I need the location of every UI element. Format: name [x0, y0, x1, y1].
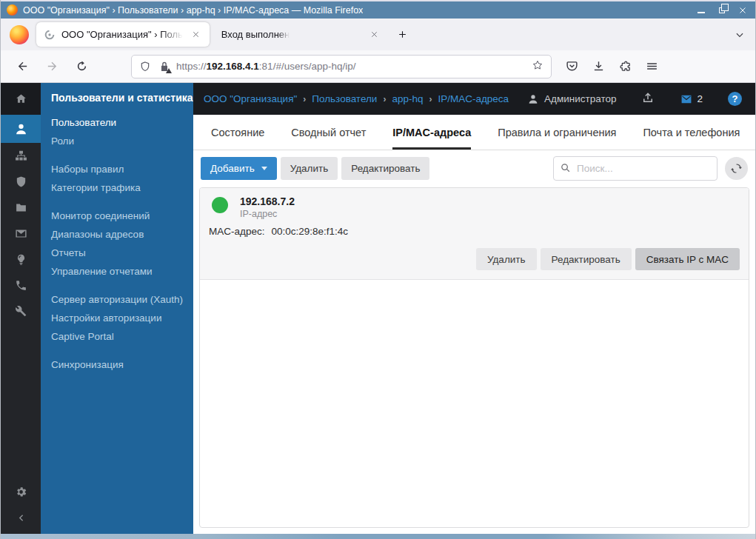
add-button[interactable]: Добавить — [201, 157, 277, 180]
window-bottom-edge — [1, 534, 755, 539]
reload-button[interactable] — [70, 56, 93, 78]
sidebar-item-roles[interactable]: Роли — [51, 132, 187, 150]
sidebar-item-reports[interactable]: Отчеты — [51, 244, 187, 262]
content-tabs: Состояние Сводный отчет IP/MAC-адреса Пр… — [193, 115, 755, 150]
back-button[interactable] — [11, 56, 33, 78]
list-item-card[interactable]: 192.168.7.2 IP-адрес MAC-адрес: 00:0c:29… — [200, 188, 749, 280]
close-window-button[interactable] — [737, 5, 748, 16]
bookmark-star-icon[interactable] — [532, 59, 543, 74]
minimize-button[interactable] — [696, 5, 706, 16]
search-input[interactable] — [553, 156, 717, 181]
url-text[interactable]: https://192.168.4.1:81/#/users/app-hq/ip… — [176, 61, 526, 72]
admin-label: Администратор — [544, 93, 616, 104]
ip-mac-list: 192.168.7.2 IP-адрес MAC-адрес: 00:0c:29… — [199, 187, 749, 528]
tab-close-icon[interactable] — [369, 29, 381, 41]
window-title: ООО "Организация" › Пользователи › app-h… — [23, 5, 363, 16]
rail-phone-icon[interactable] — [1, 272, 41, 298]
icon-rail — [1, 83, 41, 534]
breadcrumb: ООО "Организация" › Пользователи › app-h… — [204, 93, 509, 104]
search-box — [553, 156, 717, 181]
firefox-window-icon — [7, 4, 18, 16]
card-edit-button[interactable]: Редактировать — [541, 248, 632, 270]
downloads-icon[interactable] — [587, 56, 609, 78]
tab-title: Вход выполнен — [221, 29, 290, 40]
sidebar-item-report-management[interactable]: Управление отчетами — [51, 262, 187, 281]
tab-summary-report[interactable]: Сводный отчет — [291, 115, 366, 150]
rail-collapse-icon[interactable] — [1, 505, 41, 531]
url-host: 192.168.4.1 — [207, 61, 259, 72]
browser-navbar: https://192.168.4.1:81/#/users/app-hq/ip… — [1, 50, 755, 83]
app-menu-icon[interactable] — [640, 56, 663, 78]
refresh-button[interactable] — [725, 157, 748, 180]
delete-button[interactable]: Удалить — [281, 157, 338, 180]
list-all-tabs-button[interactable] — [730, 25, 749, 44]
browser-tab-active[interactable]: ООО "Организация" › Поль — [36, 22, 210, 47]
url-scheme: https:// — [176, 61, 207, 72]
extensions-icon[interactable] — [614, 56, 636, 78]
mac-value: 00:0c:29:8e:f1:4c — [271, 226, 348, 237]
firefox-logo-icon — [10, 25, 29, 44]
forward-button[interactable] — [41, 56, 63, 78]
user-icon — [527, 93, 539, 105]
breadcrumb-separator: › — [429, 94, 432, 104]
card-delete-button[interactable]: Удалить — [476, 248, 537, 270]
search-icon — [560, 162, 571, 173]
breadcrumb-org[interactable]: ООО "Организация" — [204, 93, 297, 104]
ip-address-value: 192.168.7.2 — [240, 195, 295, 207]
add-button-label: Добавить — [210, 163, 255, 174]
sidebar-item-rule-sets[interactable]: Наборы правил — [51, 160, 187, 178]
lock-icon[interactable] — [158, 61, 170, 73]
messages-button[interactable]: 2 — [680, 93, 703, 104]
window-titlebar[interactable]: ООО "Организация" › Пользователи › app-h… — [1, 0, 755, 19]
breadcrumb-user[interactable]: app-hq — [392, 93, 423, 104]
sidebar-item-users[interactable]: Пользователи — [51, 113, 187, 132]
new-tab-button[interactable] — [392, 24, 413, 45]
tab-close-icon[interactable] — [190, 29, 202, 41]
content-panel: Состояние Сводный отчет IP/MAC-адреса Пр… — [193, 115, 755, 534]
sidebar-item-connection-monitor[interactable]: Монитор соединений — [51, 207, 187, 225]
url-bar[interactable]: https://192.168.4.1:81/#/users/app-hq/ip… — [131, 55, 552, 78]
breadcrumb-current[interactable]: IP/MAC-адреса — [438, 93, 509, 104]
browser-tab-inactive[interactable]: Вход выполнен — [214, 22, 388, 47]
url-path: :81/#/users/app-hq/ip/ — [259, 61, 356, 72]
tab-ip-mac-addresses[interactable]: IP/MAC-адреса — [392, 115, 471, 150]
mac-label: MAC-адрес: — [209, 226, 264, 237]
rail-folder-icon[interactable] — [1, 195, 41, 221]
sidebar-item-synchronization[interactable]: Синхронизация — [51, 355, 187, 374]
rail-settings-gear-icon[interactable] — [1, 479, 41, 505]
tracking-shield-icon[interactable] — [139, 61, 151, 73]
edit-button[interactable]: Редактировать — [341, 157, 429, 180]
bind-ip-mac-button[interactable]: Связать IP c MAC — [635, 248, 740, 270]
rail-mail-icon[interactable] — [1, 221, 41, 247]
rail-home-icon[interactable] — [1, 83, 41, 115]
mail-count-badge: 2 — [697, 93, 703, 104]
breadcrumb-separator: › — [383, 94, 386, 104]
sidebar-item-captive-portal[interactable]: Captive Portal — [51, 327, 187, 346]
sidebar-section-title: Пользователи и статистика — [51, 92, 187, 104]
upload-icon[interactable] — [641, 91, 655, 107]
admin-menu[interactable]: Администратор — [527, 93, 616, 105]
app-area: Пользователи и статистика Пользователи Р… — [1, 83, 755, 534]
rail-network-icon[interactable] — [1, 143, 41, 169]
sidebar-item-traffic-categories[interactable]: Категории трафика — [51, 178, 187, 197]
sidebar-item-auth-server[interactable]: Сервер авторизации (Xauth) — [51, 290, 187, 309]
rail-wrench-icon[interactable] — [1, 298, 41, 324]
navbar-right-icons — [561, 56, 663, 78]
rail-users-icon[interactable] — [1, 115, 41, 143]
sidebar-item-auth-settings[interactable]: Настройки авторизации — [51, 309, 187, 327]
tab-status[interactable]: Состояние — [211, 115, 264, 150]
rail-security-icon[interactable] — [1, 169, 41, 195]
list-toolbar: Добавить Удалить Редактировать — [193, 150, 755, 187]
help-icon[interactable]: ? — [728, 92, 742, 106]
maximize-button[interactable] — [717, 5, 727, 16]
tab-mail-telephony[interactable]: Почта и телефония — [643, 115, 740, 150]
tab-title: ООО "Организация" › Поль — [61, 29, 183, 40]
app-header: ООО "Организация" › Пользователи › app-h… — [193, 83, 755, 115]
sidebar-menu: Пользователи и статистика Пользователи Р… — [41, 83, 193, 534]
tab-rules-restrictions[interactable]: Правила и ограничения — [498, 115, 616, 150]
breadcrumb-users[interactable]: Пользователи — [312, 93, 377, 104]
firefox-window: ООО "Организация" › Пользователи › app-h… — [0, 0, 756, 539]
pocket-icon[interactable] — [561, 56, 583, 78]
rail-lightbulb-icon[interactable] — [1, 247, 41, 272]
sidebar-item-address-ranges[interactable]: Диапазоны адресов — [51, 225, 187, 244]
